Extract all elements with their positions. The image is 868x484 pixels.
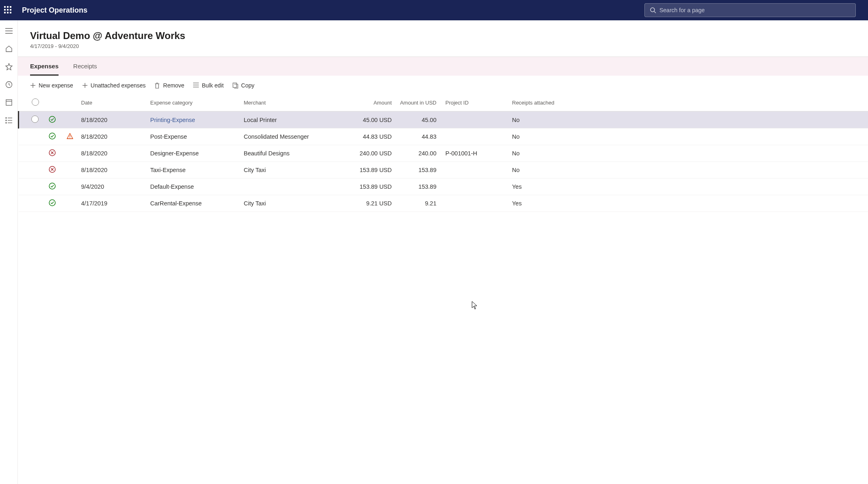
cell-date: 9/4/2020 <box>78 179 147 195</box>
table-row[interactable]: 4/17/2019CarRental-ExpenseCity Taxi9.21 … <box>19 195 868 212</box>
cell-project: P-001001-H <box>440 145 509 162</box>
remove-button[interactable]: Remove <box>154 82 184 89</box>
search-input[interactable] <box>659 7 851 13</box>
select-all-radio[interactable] <box>32 98 39 106</box>
cell-amount-usd: 153.89 <box>395 179 440 195</box>
cell-merchant: City Taxi <box>241 195 346 212</box>
svg-line-1 <box>654 11 656 13</box>
svg-point-12 <box>6 122 7 123</box>
error-status-icon <box>49 149 56 156</box>
home-icon[interactable] <box>5 45 13 53</box>
svg-point-32 <box>49 183 55 189</box>
list-edit-icon <box>193 83 199 89</box>
cell-amount: 153.89 USD <box>346 179 395 195</box>
cell-amount-usd: 45.00 <box>395 111 440 129</box>
svg-point-22 <box>49 116 55 122</box>
ok-status-icon <box>49 199 56 206</box>
app-launcher-icon[interactable] <box>4 6 12 14</box>
table-row[interactable]: 8/18/2020Taxi-ExpenseCity Taxi153.89 USD… <box>19 162 868 179</box>
cell-category[interactable]: CarRental-Expense <box>147 195 241 212</box>
cell-receipts: No <box>509 162 868 179</box>
date-range: 4/17/2019 - 9/4/2020 <box>30 43 856 49</box>
svg-rect-6 <box>6 100 12 105</box>
tab-expenses[interactable]: Expenses <box>30 57 59 76</box>
cell-receipts: Yes <box>509 179 868 195</box>
col-date[interactable]: Date <box>78 94 147 111</box>
row-radio[interactable] <box>31 116 39 123</box>
cell-merchant: Beautiful Designs <box>241 145 346 162</box>
copy-button[interactable]: Copy <box>233 82 255 89</box>
col-receipts[interactable]: Receipts attached <box>509 94 868 111</box>
expenses-grid: Date Expense category Merchant Amount Am… <box>18 94 868 484</box>
page-title: Virtual Demo @ Adventure Works <box>30 30 856 41</box>
cell-category[interactable]: Default-Expense <box>147 179 241 195</box>
col-amount-usd[interactable]: Amount in USD <box>395 94 440 111</box>
svg-point-25 <box>70 137 70 138</box>
table-row[interactable]: 9/4/2020Default-Expense153.89 USD153.89Y… <box>19 179 868 195</box>
cell-receipts: No <box>509 129 868 145</box>
warning-icon <box>67 133 73 139</box>
toolbar-label: Bulk edit <box>202 82 224 89</box>
trash-icon <box>154 83 161 89</box>
recent-icon[interactable] <box>5 81 13 89</box>
cell-amount-usd: 240.00 <box>395 145 440 162</box>
col-project-id[interactable]: Project ID <box>440 94 509 111</box>
list-icon[interactable] <box>5 116 13 124</box>
cell-amount: 44.83 USD <box>346 129 395 145</box>
svg-point-10 <box>6 120 7 121</box>
cell-amount: 45.00 USD <box>346 111 395 129</box>
col-category[interactable]: Expense category <box>147 94 241 111</box>
tab-receipts[interactable]: Receipts <box>73 57 97 76</box>
cell-date: 8/18/2020 <box>78 162 147 179</box>
ok-status-icon <box>49 133 56 140</box>
col-merchant[interactable]: Merchant <box>241 94 346 111</box>
table-row[interactable]: 8/18/2020Printing-ExpenseLocal Printer45… <box>19 111 868 129</box>
cell-date: 4/17/2019 <box>78 195 147 212</box>
star-icon[interactable] <box>5 63 13 71</box>
toolbar-label: Copy <box>241 82 255 89</box>
bulk-edit-button[interactable]: Bulk edit <box>193 82 224 89</box>
cell-amount-usd: 9.21 <box>395 195 440 212</box>
cell-date: 8/18/2020 <box>78 145 147 162</box>
cell-project <box>440 179 509 195</box>
col-amount[interactable]: Amount <box>346 94 395 111</box>
cell-merchant: Local Printer <box>241 111 346 129</box>
copy-icon <box>233 83 239 89</box>
search-box[interactable] <box>644 3 856 17</box>
hamburger-icon[interactable] <box>5 27 13 35</box>
search-icon <box>650 7 656 13</box>
cell-project <box>440 111 509 129</box>
toolbar-label: New expense <box>39 82 73 89</box>
toolbar: New expense Unattached expenses Remove B… <box>18 76 868 94</box>
cell-category[interactable]: Taxi-Expense <box>147 162 241 179</box>
table-row[interactable]: 8/18/2020Designer-ExpenseBeautiful Desig… <box>19 145 868 162</box>
svg-point-33 <box>49 200 55 206</box>
cell-amount: 240.00 USD <box>346 145 395 162</box>
cell-merchant: Consolidated Messenger <box>241 129 346 145</box>
cell-amount-usd: 153.89 <box>395 162 440 179</box>
cell-receipts: Yes <box>509 195 868 212</box>
toolbar-label: Remove <box>163 82 184 89</box>
app-title: Project Operations <box>22 6 87 15</box>
new-expense-button[interactable]: New expense <box>30 82 73 89</box>
cell-category[interactable]: Designer-Expense <box>147 145 241 162</box>
ok-status-icon <box>49 116 56 123</box>
cell-category[interactable]: Post-Expense <box>147 129 241 145</box>
cell-date: 8/18/2020 <box>78 111 147 129</box>
cell-project <box>440 162 509 179</box>
error-status-icon <box>49 166 56 173</box>
top-bar: Project Operations <box>0 0 868 20</box>
unattached-expenses-button[interactable]: Unattached expenses <box>82 82 146 89</box>
plus-icon <box>30 83 36 89</box>
plus-icon <box>82 83 88 89</box>
side-nav <box>0 20 18 484</box>
ok-status-icon <box>49 183 56 190</box>
module-icon[interactable] <box>5 98 13 107</box>
cell-amount: 9.21 USD <box>346 195 395 212</box>
svg-point-0 <box>650 8 655 12</box>
cell-receipts: No <box>509 145 868 162</box>
svg-point-8 <box>6 118 7 118</box>
table-row[interactable]: 8/18/2020Post-ExpenseConsolidated Messen… <box>19 129 868 145</box>
cell-category[interactable]: Printing-Expense <box>147 111 241 129</box>
svg-point-23 <box>49 133 55 139</box>
